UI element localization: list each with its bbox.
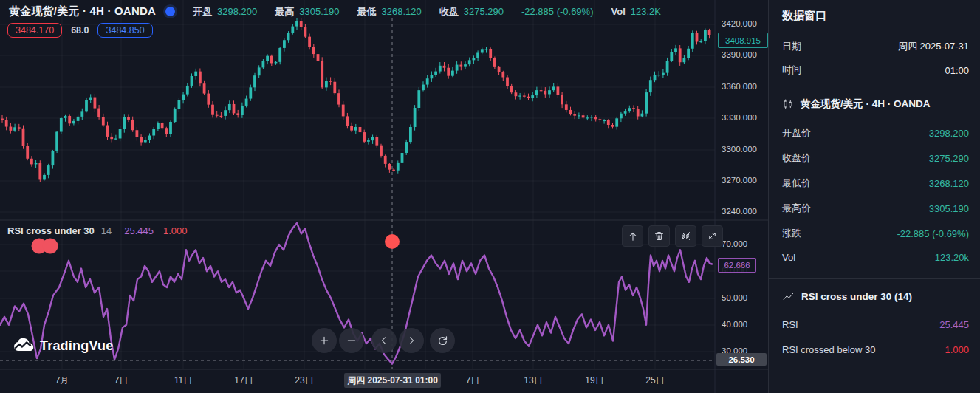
zoom-out-button[interactable] <box>339 328 364 353</box>
panel-divider <box>769 278 980 279</box>
row-value: 3305.190 <box>929 203 969 214</box>
line-chart-icon <box>782 292 795 302</box>
row-value: 25.445 <box>939 319 969 330</box>
data-window-row: RSI25.445 <box>782 319 969 330</box>
data-window-row: 日期周四 2025-07-31 <box>782 40 969 53</box>
stat-volume-value: 123.2K <box>631 6 661 17</box>
rsi-signal-value: 1.000 <box>163 225 188 236</box>
rsi-indicator-param: 14 <box>101 225 112 236</box>
rsi-pane-legend[interactable]: RSI cross under 30 14 25.445 1.000 <box>7 225 188 236</box>
time-axis-label: 7日 <box>466 375 480 387</box>
cloud-chart-icon <box>12 337 37 355</box>
price-axis-label: 3330.000 <box>722 113 757 122</box>
stat-open-label: 开盘 <box>193 5 212 18</box>
price-axis-label: 3420.000 <box>722 19 757 28</box>
row-value: 1.000 <box>945 344 969 355</box>
tradingvue-logo[interactable]: TradingVue <box>12 337 113 355</box>
row-value: 周四 2025-07-31 <box>898 40 969 53</box>
trash-icon <box>654 230 665 242</box>
trading-app: 黄金现货/美元 · 4H · OANDA 开盘 3298.200 最高 3305… <box>0 0 980 393</box>
data-window-title: 数据窗口 <box>782 9 826 23</box>
row-label: 收盘价 <box>782 151 811 165</box>
expand-diagonal-icon <box>707 230 718 242</box>
crosshair-time-badge: 周四 2025-07-31 01:00 <box>344 373 441 388</box>
row-label: RSI <box>782 319 798 330</box>
last-rsi-badge: 62.666 <box>718 258 756 273</box>
chevron-right-icon <box>406 335 417 346</box>
chart-header: 黄金现货/美元 · 4H · OANDA 开盘 3298.200 最高 3305… <box>9 4 661 18</box>
rsi-axis-label: 50.000 <box>722 293 747 302</box>
data-window-row: 开盘价3298.200 <box>782 126 969 140</box>
stat-close-label: 收盘 <box>439 5 459 18</box>
row-label: Vol <box>782 252 795 263</box>
stat-volume-label: Vol <box>611 6 626 17</box>
stat-volume: Vol 123.2K <box>611 6 661 17</box>
row-label: 最低价 <box>782 177 811 190</box>
indicator-section-header: RSI cross under 30 (14) <box>782 291 912 302</box>
price-alert-badges: 3484.170 68.0 3484.850 <box>7 23 153 38</box>
move-pane-up-button[interactable] <box>622 225 643 247</box>
time-axis-label: 19日 <box>585 375 603 387</box>
symbol-section-title: 黄金现货/美元 · 4H · OANDA <box>801 98 931 111</box>
stat-high: 最高 3305.190 <box>275 5 339 18</box>
connection-status-icon <box>165 7 175 16</box>
time-axis-label: 7日 <box>114 375 129 387</box>
data-window-row: 时间01:00 <box>782 64 969 77</box>
data-window-row: 涨跌-22.885 (-0.69%) <box>782 227 969 240</box>
arrow-up-icon <box>627 230 639 242</box>
data-window-row: RSI crossed below 301.000 <box>782 344 969 355</box>
row-value: 123.20k <box>935 252 969 263</box>
row-label: 时间 <box>782 64 801 77</box>
row-label: 最高价 <box>782 202 811 215</box>
row-label: 开盘价 <box>782 126 811 140</box>
maximize-pane-button[interactable] <box>702 225 723 247</box>
pane-toolbar <box>622 225 723 247</box>
chevron-left-icon <box>379 335 389 346</box>
rsi-indicator-title[interactable]: RSI cross under 30 <box>7 225 95 236</box>
stat-low: 最低 3268.120 <box>357 5 421 18</box>
price-axis-label: 3300.000 <box>722 145 757 154</box>
row-value: 3298.200 <box>929 128 969 139</box>
minus-icon <box>346 335 357 346</box>
stat-low-label: 最低 <box>357 5 376 18</box>
stat-close-value: 3275.290 <box>464 6 504 17</box>
row-value: -22.885 (-0.69%) <box>897 228 969 239</box>
crosshair-rsi-badge: 26.530 <box>716 353 767 366</box>
stat-open: 开盘 3298.200 <box>193 5 257 18</box>
data-window-row: 收盘价3275.290 <box>782 151 969 165</box>
symbol-title[interactable]: 黄金现货/美元 · 4H · OANDA <box>9 4 156 18</box>
price-alert-blue[interactable]: 3484.850 <box>97 23 152 38</box>
data-window-row: 最高价3305.190 <box>782 202 969 215</box>
indicator-section-title: RSI cross under 30 (14) <box>801 291 912 302</box>
time-axis-label: 17日 <box>234 375 253 387</box>
zoom-in-button[interactable] <box>312 328 337 353</box>
price-axis-label: 3240.000 <box>722 207 757 216</box>
data-window-panel: 数据窗口 日期周四 2025-07-31时间01:00 黄金现货/美元 · 4H… <box>768 0 980 393</box>
time-axis-label: 25日 <box>645 375 664 387</box>
row-label: 涨跌 <box>782 227 801 240</box>
price-axis-label: 3390.000 <box>722 50 757 59</box>
row-label: RSI crossed below 30 <box>782 344 875 355</box>
delete-indicator-button[interactable] <box>648 225 670 247</box>
time-axis-label: 23日 <box>295 375 313 387</box>
chart-region: 黄金现货/美元 · 4H · OANDA 开盘 3298.200 最高 3305… <box>0 0 768 393</box>
row-label: 日期 <box>782 40 801 53</box>
price-spread-value: 68.0 <box>71 25 89 35</box>
collapse-pane-button[interactable] <box>675 225 696 247</box>
reset-view-button[interactable] <box>430 328 455 353</box>
price-axis-label: 3360.000 <box>722 82 757 91</box>
last-price-badge: 3408.915 <box>718 33 768 48</box>
time-axis-label: 7月 <box>55 375 69 387</box>
collapse-icon <box>680 230 691 242</box>
stat-high-value: 3305.190 <box>299 6 339 17</box>
pan-left-button[interactable] <box>371 328 397 353</box>
panel-divider <box>769 83 980 83</box>
time-axis-label: 13日 <box>524 375 542 387</box>
stat-change-value: -22.885 (-0.69%) <box>521 6 594 17</box>
price-alert-red[interactable]: 3484.170 <box>7 23 62 38</box>
refresh-icon <box>436 335 449 347</box>
symbol-group[interactable]: 黄金现货/美元 · 4H · OANDA <box>9 4 175 18</box>
row-value: 01:00 <box>945 65 969 76</box>
pan-right-button[interactable] <box>399 328 424 353</box>
stat-high-label: 最高 <box>275 5 294 18</box>
